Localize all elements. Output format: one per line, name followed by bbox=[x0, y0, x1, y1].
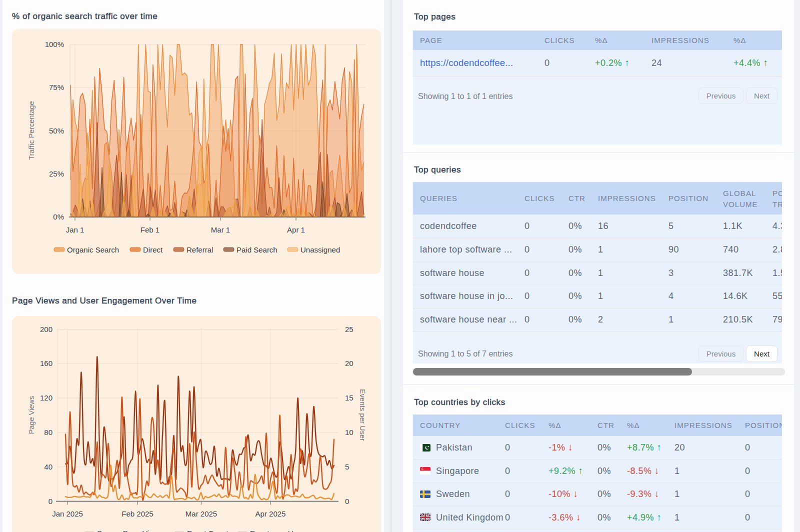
svg-text:0: 0 bbox=[345, 497, 349, 506]
svg-text:50%: 50% bbox=[49, 126, 64, 135]
svg-text:15: 15 bbox=[345, 394, 354, 402]
svg-text:Organic Search: Organic Search bbox=[67, 246, 119, 254]
svg-text:200: 200 bbox=[40, 325, 52, 334]
svg-text:5: 5 bbox=[345, 462, 349, 471]
svg-text:Jan 1: Jan 1 bbox=[66, 226, 84, 234]
svg-text:20: 20 bbox=[345, 359, 354, 368]
svg-text:Referral: Referral bbox=[186, 246, 213, 254]
svg-text:Direct: Direct bbox=[143, 246, 163, 254]
svg-text:Mar 2025: Mar 2025 bbox=[186, 510, 217, 518]
svg-text:Mar 1: Mar 1 bbox=[211, 226, 230, 234]
svg-text:Page Views: Page Views bbox=[28, 396, 36, 434]
svg-text:Screen Page Views: Screen Page Views bbox=[97, 529, 162, 532]
svg-text:75%: 75% bbox=[49, 83, 64, 92]
svg-text:Apr 2025: Apr 2025 bbox=[256, 510, 286, 518]
svg-text:0%: 0% bbox=[53, 212, 64, 221]
svg-text:120: 120 bbox=[40, 394, 52, 402]
svg-text:Paid Search: Paid Search bbox=[236, 246, 278, 254]
svg-text:Events per User: Events per User bbox=[250, 529, 304, 532]
svg-text:80: 80 bbox=[44, 428, 52, 436]
svg-text:160: 160 bbox=[40, 359, 52, 368]
svg-text:Traffic Percentage: Traffic Percentage bbox=[28, 101, 36, 160]
svg-text:25: 25 bbox=[345, 325, 354, 334]
svg-text:Apr 1: Apr 1 bbox=[287, 226, 305, 234]
svg-text:100%: 100% bbox=[45, 40, 64, 48]
svg-text:40: 40 bbox=[44, 462, 52, 471]
svg-text:Events per User: Events per User bbox=[358, 389, 366, 441]
svg-text:Jan 2025: Jan 2025 bbox=[52, 510, 83, 518]
svg-text:10: 10 bbox=[345, 428, 354, 436]
svg-text:25%: 25% bbox=[49, 170, 64, 178]
svg-text:Feb 2025: Feb 2025 bbox=[122, 510, 153, 518]
svg-text:Unassigned: Unassigned bbox=[300, 246, 340, 254]
svg-text:Feb 1: Feb 1 bbox=[140, 226, 160, 234]
svg-text:0: 0 bbox=[48, 497, 52, 506]
svg-text:Event Count: Event Count bbox=[187, 529, 228, 532]
